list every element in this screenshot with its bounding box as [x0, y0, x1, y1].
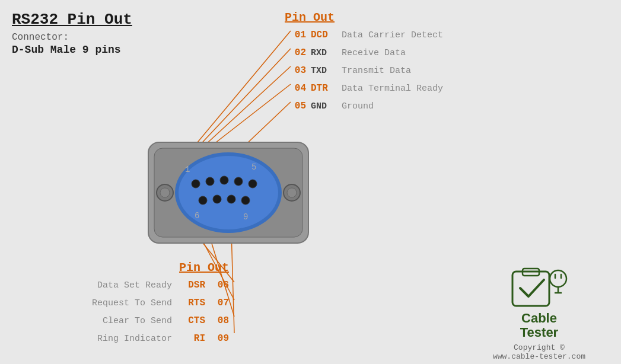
- pin-abbr: DSR: [177, 280, 205, 290]
- pin-abbr: DTR: [311, 83, 339, 94]
- pin-abbr: DCD: [311, 30, 339, 40]
- pin-desc: Transmit Data: [342, 66, 411, 76]
- pin-desc: Clear To Send: [103, 316, 172, 326]
- pinout-top-heading: Pin Out: [285, 11, 443, 24]
- connector-diagram: 1 5 6 9: [136, 124, 320, 261]
- pin-desc: Ring Indicator: [97, 334, 172, 344]
- pin-number: 03: [285, 65, 306, 76]
- pinout-bottom-heading: Pin Out: [179, 261, 229, 274]
- pin-row-top-02: 02RXDReceive Data: [285, 44, 443, 61]
- pin-row-bottom-08: Clear To SendCTS08: [92, 312, 229, 329]
- svg-point-12: [179, 156, 278, 229]
- page: RS232 Pin Out Connector: D-Sub Male 9 pi…: [0, 0, 621, 364]
- svg-point-21: [249, 180, 257, 188]
- pin-number: 08: [208, 315, 229, 326]
- page-title: RS232 Pin Out: [12, 11, 132, 28]
- pin-label-9: 9: [243, 212, 248, 222]
- svg-point-28: [550, 270, 566, 287]
- pin-row-top-01: 01DCDData Carrier Detect: [285, 27, 443, 43]
- pin-desc: Ground: [342, 101, 374, 111]
- pinout-bottom-area: Pin Out Data Set ReadyDSR06Request To Se…: [92, 261, 229, 348]
- svg-point-25: [241, 196, 250, 205]
- pin-abbr: CTS: [177, 315, 205, 326]
- copyright-text: Copyright © www.cable-tester.com: [493, 343, 585, 361]
- logo-text: CableTester: [493, 311, 585, 340]
- pin-row-bottom-09: Ring IndicatorRI09: [92, 330, 229, 347]
- svg-point-23: [213, 195, 221, 203]
- pin-abbr: RXD: [311, 48, 339, 58]
- pinout-top: Pin Out 01DCDData Carrier Detect02RXDRec…: [285, 11, 443, 116]
- svg-point-20: [234, 177, 243, 186]
- pin-desc: Receive Data: [342, 48, 406, 58]
- pin-desc: Request To Send: [92, 298, 172, 308]
- pin-desc: Data Carrier Detect: [342, 30, 443, 40]
- svg-rect-26: [512, 272, 549, 306]
- svg-point-24: [227, 195, 235, 203]
- pin-row-top-03: 03TXDTransmit Data: [285, 62, 443, 79]
- pin-label-6: 6: [195, 211, 199, 221]
- svg-point-17: [192, 180, 200, 188]
- pin-abbr: RI: [177, 333, 205, 344]
- pin-row-bottom-06: Data Set ReadyDSR06: [92, 277, 229, 293]
- pin-label-1: 1: [185, 165, 190, 174]
- pin-number: 07: [208, 298, 229, 308]
- pin-abbr: RTS: [177, 298, 205, 308]
- pin-abbr: GND: [311, 101, 339, 111]
- pin-number: 04: [285, 83, 306, 94]
- logo-icon: [509, 267, 569, 308]
- pin-label-5: 5: [251, 162, 256, 172]
- pin-number: 06: [208, 280, 229, 290]
- pin-number: 05: [285, 101, 306, 111]
- connector-label: Connector:: [12, 32, 132, 43]
- connector-type: D-Sub Male 9 pins: [12, 44, 132, 56]
- pin-number: 02: [285, 47, 306, 58]
- pin-row-top-05: 05GNDGround: [285, 98, 443, 114]
- pin-abbr: TXD: [311, 66, 339, 76]
- pin-row-bottom-07: Request To SendRTS07: [92, 295, 229, 311]
- svg-point-14: [160, 188, 170, 197]
- pin-number: 09: [208, 333, 229, 344]
- svg-point-22: [199, 196, 207, 205]
- pin-row-top-04: 04DTRData Terminal Ready: [285, 80, 443, 97]
- pin-desc: Data Set Ready: [97, 280, 172, 290]
- svg-point-16: [287, 188, 297, 197]
- pin-desc: Data Terminal Ready: [342, 84, 443, 94]
- title-area: RS232 Pin Out Connector: D-Sub Male 9 pi…: [12, 11, 132, 56]
- logo-area: CableTester Copyright © www.cable-tester…: [493, 267, 585, 361]
- svg-point-18: [206, 177, 214, 186]
- pin-number: 01: [285, 30, 306, 40]
- connector-svg: 1 5 6 9: [136, 124, 320, 261]
- svg-point-19: [220, 176, 228, 184]
